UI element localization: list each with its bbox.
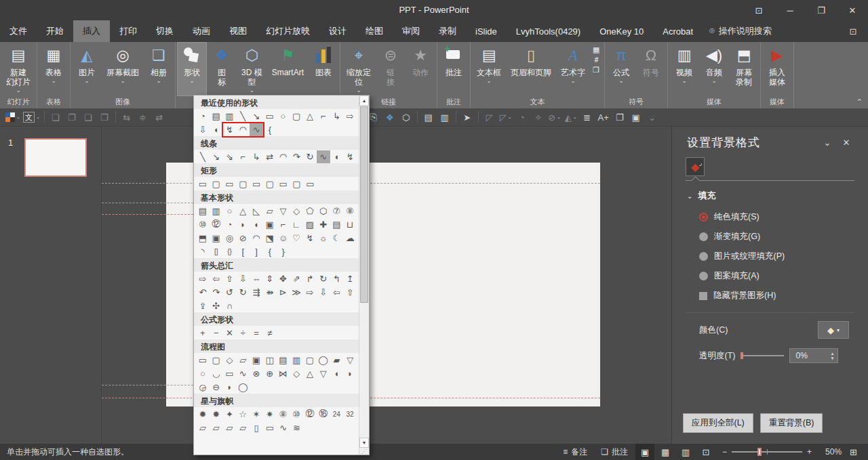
shape-display[interactable]: ◯ <box>236 381 250 394</box>
small-icon[interactable]: ＃ <box>593 56 600 64</box>
zoom-link-button[interactable]: ⌖缩放定 位⌄ <box>342 42 376 96</box>
shape-notched-right-arrow[interactable]: ⇻ <box>263 286 277 299</box>
shape-document[interactable]: ▤ <box>277 354 290 367</box>
shape-chevron[interactable]: ≫ <box>290 286 303 299</box>
image-tool-icon[interactable]: ❐ <box>613 110 627 124</box>
picture-button[interactable]: ◭图片⌄ <box>72 42 102 96</box>
shape-multidocument[interactable]: ▥ <box>290 354 303 367</box>
shape-text-box[interactable]: ▤ <box>210 110 223 123</box>
fill-option-纯色填充(S)[interactable]: 纯色填充(S) <box>672 207 868 227</box>
shape-block-arc[interactable]: ◠ <box>250 232 263 245</box>
photo-album-button[interactable]: ❏相册⌄ <box>144 42 174 96</box>
shape-star-7[interactable]: ✷ <box>263 408 277 421</box>
resize-grip-icon[interactable]: ⋰ <box>361 448 368 455</box>
zoom-in-icon[interactable]: + <box>807 447 812 457</box>
fit-to-window-icon[interactable]: ⊞ <box>843 447 863 457</box>
fill-option-图案填充(A)[interactable]: 图案填充(A) <box>672 266 868 286</box>
shape-diamond[interactable]: ◇ <box>290 205 303 217</box>
shape-star-24[interactable]: 24 <box>330 408 344 421</box>
shape-arc[interactable]: ◝ <box>196 245 210 258</box>
ribbon-display-options-icon[interactable]: ⊡ <box>743 0 774 20</box>
shape-u-turn-arrow[interactable]: ↻ <box>317 272 330 285</box>
shape-left-arrow-callout[interactable]: ⇦ <box>330 286 344 299</box>
shape-moon[interactable]: ☾ <box>330 232 344 245</box>
shape-delay[interactable]: ◗ <box>343 367 357 380</box>
shapes-button[interactable]: 形状⌄ <box>177 42 207 96</box>
send-back-icon[interactable]: ❐ <box>65 110 79 124</box>
shape-star-32[interactable]: 32 <box>343 408 357 421</box>
shape-curved-left-arrow[interactable]: ↶ <box>196 286 210 299</box>
shape-left-right-up-arrow[interactable]: ⇗ <box>290 272 303 285</box>
shape-collate[interactable]: ⋈ <box>277 367 290 380</box>
color-picker-button[interactable]: ◆ ▾ <box>818 321 849 339</box>
font-increase-icon[interactable]: A+ <box>597 110 610 124</box>
shape-plaque[interactable]: ▤ <box>330 218 344 231</box>
shape-frame[interactable]: ▣ <box>263 218 277 231</box>
shape-curved-up-arrow[interactable]: ↥ <box>343 272 357 285</box>
fill-option-图片或纹理填充(P)[interactable]: 图片或纹理填充(P) <box>672 247 868 266</box>
shape-pie[interactable]: ◔ <box>223 218 237 231</box>
tab-设计[interactable]: 设计 <box>319 20 356 42</box>
table-button[interactable]: ▦表格⌄ <box>39 42 68 96</box>
shape-freeform[interactable]: ◖ <box>330 150 344 163</box>
shape-bevel[interactable]: ▣ <box>210 232 223 245</box>
zoom-out-icon[interactable]: − <box>722 447 727 457</box>
shape-snip-round-single[interactable]: ▢ <box>263 177 277 190</box>
shape-curved-connector[interactable]: ◠ <box>277 150 290 163</box>
shape-right-arrow[interactable]: ⇨ <box>196 272 210 285</box>
shape-quad-arrow[interactable]: ✥ <box>277 272 290 285</box>
shape-diagonal-stripe[interactable]: ▨ <box>303 218 317 231</box>
shape-star-8[interactable]: ⑧ <box>277 408 290 421</box>
tab-打印[interactable]: 打印 <box>110 20 146 42</box>
pane-chevron-down-icon[interactable]: ⌄ <box>818 138 837 148</box>
shape-elbow-double-arrow[interactable]: ⇄ <box>263 150 277 163</box>
gradient-icon[interactable]: ◭⌄ <box>564 110 578 124</box>
send-backward-icon[interactable]: ❐ <box>98 110 111 124</box>
scroll-down-icon[interactable]: ▼ <box>359 438 369 448</box>
icons-button[interactable]: ❖图 标 <box>207 42 237 96</box>
radio-button[interactable] <box>699 252 708 261</box>
shape-wave[interactable]: ∿ <box>277 421 290 434</box>
shape-equal[interactable]: = <box>250 327 263 339</box>
shape-sort[interactable]: ◇ <box>290 367 303 380</box>
transparency-slider[interactable] <box>741 352 784 360</box>
shape-line-arrow[interactable]: ↘ <box>250 110 263 123</box>
swap-icon[interactable]: ⇆ <box>120 110 134 124</box>
shape-horizontal-scroll[interactable]: ▭ <box>263 421 277 434</box>
shape-rounded-rectangle[interactable]: ▢ <box>210 177 223 190</box>
slider-thumb[interactable] <box>741 352 743 359</box>
fill-section-header[interactable]: ⌄ 填充 <box>672 187 868 207</box>
shapes-scrollbar[interactable]: ▲ ▼ <box>359 96 369 455</box>
3d-model-button[interactable]: ⬡3D 模 型⌄ <box>237 42 267 96</box>
shape-ribbon-tilted-up[interactable]: ▱ <box>196 421 210 434</box>
shape-double-arrow[interactable]: ⇘ <box>223 150 237 163</box>
shape-process[interactable]: ▭ <box>196 354 210 367</box>
shape-combine-icon[interactable]: ◸⌄ <box>499 110 513 124</box>
shape-left-right-arrow-callout[interactable]: ⇪ <box>196 299 210 312</box>
insert-media-button[interactable]: ▶插入 媒体 <box>762 42 792 96</box>
shape-explosion-2[interactable]: ✸ <box>210 408 223 421</box>
shape-right-triangle[interactable]: ◺ <box>250 205 263 217</box>
radio-button[interactable] <box>699 272 708 280</box>
shape-card[interactable]: ▭ <box>223 367 237 380</box>
shape-direct-access-storage[interactable]: ◗ <box>223 381 237 394</box>
shape-right-bracket[interactable]: ] <box>250 245 263 258</box>
align-rows-icon[interactable]: ≣ <box>580 110 594 124</box>
shape-star-5[interactable]: ☆ <box>236 408 250 421</box>
shape-right-arrow-callout[interactable]: ⇨ <box>303 286 317 299</box>
shape-left-brace[interactable]: { <box>263 245 277 258</box>
screenshot-button[interactable]: ◎屏幕截图⌄ <box>102 42 144 96</box>
small-icon[interactable]: ❐ <box>593 66 600 74</box>
shape-circular-arrow[interactable]: ∩ <box>223 299 237 312</box>
minimize-icon[interactable]: ─ <box>774 0 806 20</box>
shape-triangle[interactable]: △ <box>303 110 317 123</box>
tab-iSlide[interactable]: iSlide <box>466 20 507 42</box>
shape-curved-double-arrow[interactable]: ↻ <box>303 150 317 163</box>
scroll-thumb[interactable] <box>360 106 368 303</box>
shape-down-arrow[interactable]: ⇩ <box>236 272 250 285</box>
shape-down-arrow[interactable]: ⇩ <box>196 123 210 136</box>
shape-decagon[interactable]: ⑩ <box>196 218 210 231</box>
text-box-button[interactable]: ▤文本框⌄ <box>472 42 506 96</box>
shape-l-shape[interactable]: ∟ <box>290 218 303 231</box>
shape-pie[interactable]: ◔ <box>196 110 210 123</box>
